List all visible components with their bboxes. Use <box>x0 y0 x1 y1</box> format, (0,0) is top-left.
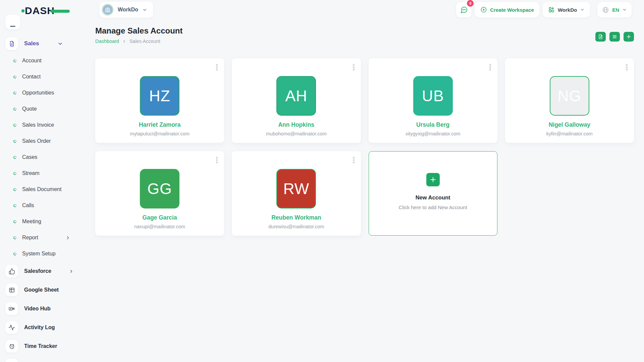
account-email: mubohomo@mailinator.com <box>266 131 327 136</box>
account-card[interactable]: GG Gage Garcia nanupi@mailinator.com <box>95 151 224 236</box>
sidebar: Sales Account Contact Opportunities Quot… <box>0 15 85 362</box>
bullet-icon <box>13 107 17 111</box>
sidebar-subitem-label: Opportunities <box>22 90 85 96</box>
page-actions <box>595 32 634 42</box>
add-account-button[interactable] <box>426 173 440 186</box>
new-account-title: New Account <box>416 194 450 201</box>
sidebar-subitem-sales-order[interactable]: Sales Order <box>0 133 85 149</box>
account-name-link[interactable]: Ursula Berg <box>416 121 449 128</box>
sidebar-subitem-stream[interactable]: Stream <box>0 165 85 181</box>
avatar: HZ <box>140 76 179 116</box>
sidebar-subitem-label: System Setup <box>22 251 85 257</box>
chevron-right-icon <box>65 235 70 240</box>
globe-icon <box>602 6 609 13</box>
topbar-right: 0 Create Workspace Work <box>456 2 632 17</box>
bullet-icon <box>13 91 17 95</box>
sidebar-subitem-label: Contact <box>22 74 85 80</box>
topbar: DASH WorkDo 0 <box>0 0 644 19</box>
sidebar-item-sales[interactable]: Sales <box>5 37 79 50</box>
avatar: GG <box>140 169 179 208</box>
sidebar-subitem-meeting[interactable]: Meeting <box>0 214 85 230</box>
create-workspace-button[interactable]: Create Workspace <box>475 2 539 17</box>
avatar: RW <box>276 169 316 208</box>
kebab-menu-icon[interactable] <box>625 63 629 72</box>
account-name-link[interactable]: Reuben Workman <box>271 214 321 221</box>
language-label: EN <box>612 7 619 13</box>
account-email: nanupi@mailinator.com <box>134 224 185 229</box>
sidebar-subitem-sales-invoice[interactable]: Sales Invoice <box>0 117 85 133</box>
account-email: mytapuluci@mailinator.com <box>130 131 190 136</box>
sidebar-subitem-calls[interactable]: Calls <box>0 197 85 214</box>
sidebar-item-video-hub[interactable]: Video Hub <box>0 299 85 318</box>
bullet-icon <box>13 59 17 62</box>
bullet-icon <box>13 155 17 159</box>
chevron-right-icon <box>122 39 126 44</box>
sidebar-subitem-label: Cases <box>22 154 85 160</box>
bullet-icon <box>13 220 17 223</box>
document-icon <box>5 37 18 50</box>
sidebar-app-label: Salesforce <box>24 268 63 274</box>
kebab-menu-icon[interactable] <box>488 63 492 72</box>
sidebar-subitem-account[interactable]: Account <box>0 53 85 69</box>
avatar: NG <box>550 76 589 116</box>
avatar: AH <box>276 76 316 116</box>
create-workspace-label: Create Workspace <box>490 7 534 13</box>
messages-button[interactable]: 0 <box>456 2 472 17</box>
logo-dash-bar <box>50 10 70 13</box>
sidebar-subitem-quote[interactable]: Quote <box>0 101 85 117</box>
bullet-icon <box>13 187 17 191</box>
sidebar-toggle-button[interactable] <box>5 15 20 29</box>
sidebar-subitem-system-setup[interactable]: System Setup <box>0 246 85 262</box>
sidebar-subitem-label: Meeting <box>22 219 85 225</box>
sidebar-item-partial[interactable] <box>0 356 85 362</box>
sidebar-app-label: Video Hub <box>24 306 85 312</box>
sales-submenu: Account Contact Opportunities Quote Sale… <box>0 53 85 262</box>
breadcrumb-dashboard-link[interactable]: Dashboard <box>95 39 119 44</box>
accounts-grid: HZ Harriet Zamora mytapuluci@mailinator.… <box>95 58 634 236</box>
account-name-link[interactable]: Gage Garcia <box>143 214 177 221</box>
sidebar-subitem-label: Quote <box>22 106 85 112</box>
kebab-menu-icon[interactable] <box>352 63 356 72</box>
thumbs-up-icon <box>5 265 18 278</box>
sidebar-item-activity-log[interactable]: Activity Log <box>0 318 85 337</box>
account-card[interactable]: HZ Harriet Zamora mytapuluci@mailinator.… <box>95 58 224 143</box>
sidebar-item-sales-label: Sales <box>24 40 51 47</box>
kebab-menu-icon[interactable] <box>352 156 356 165</box>
sidebar-subitem-opportunities[interactable]: Opportunities <box>0 85 85 101</box>
account-card[interactable]: NG Nigel Galloway kyfin@mailinator.com <box>505 58 634 143</box>
account-card[interactable]: AH Ann Hopkins mubohomo@mailinator.com <box>232 58 361 143</box>
list-button[interactable] <box>609 32 620 42</box>
alarm-icon <box>5 340 18 353</box>
account-name-link[interactable]: Harriet Zamora <box>139 121 181 128</box>
sidebar-apps: Salesforce Google Sheet Video Hub Activi… <box>0 262 85 356</box>
account-name-link[interactable]: Ann Hopkins <box>278 121 314 128</box>
breadcrumb-current: Sales Account <box>129 39 160 44</box>
workdo-apps-menu[interactable]: WorkDo <box>543 2 590 17</box>
sidebar-subitem-cases[interactable]: Cases <box>0 149 85 165</box>
account-card[interactable]: UB Ursula Berg xitygyxig@mailinator.com <box>369 58 497 143</box>
sidebar-item-google-sheet[interactable]: Google Sheet <box>0 281 85 299</box>
sidebar-item-salesforce[interactable]: Salesforce <box>0 262 85 281</box>
bullet-icon <box>13 252 17 255</box>
sidebar-app-label: Time Tracker <box>24 343 85 349</box>
page-header: Manage Sales Account Dashboard Sales Acc… <box>95 26 634 44</box>
kebab-menu-icon[interactable] <box>215 63 219 72</box>
sidebar-subitem-report[interactable]: Report <box>0 230 85 246</box>
plus-circle-icon <box>480 6 487 13</box>
sidebar-subitem-contact[interactable]: Contact <box>0 69 85 85</box>
account-card[interactable]: RW Reuben Workman durewisu@mailinator.co… <box>232 151 361 236</box>
kebab-menu-icon[interactable] <box>215 156 219 165</box>
language-selector[interactable]: EN <box>597 2 632 17</box>
sidebar-subitem-sales-document[interactable]: Sales Document <box>0 181 85 197</box>
bullet-icon <box>13 203 17 207</box>
sidebar-subitem-label: Stream <box>22 170 85 176</box>
new-account-card[interactable]: New Account Click here to add New Accoun… <box>369 151 497 236</box>
plus-button[interactable] <box>624 32 634 42</box>
account-name-link[interactable]: Nigel Galloway <box>549 121 590 128</box>
workspace-selector[interactable]: WorkDo <box>99 2 153 18</box>
page-title: Manage Sales Account <box>95 26 183 36</box>
account-email: xitygyxig@mailinator.com <box>406 131 461 136</box>
sidebar-item-time-tracker[interactable]: Time Tracker <box>0 337 85 356</box>
file-export-button[interactable] <box>595 32 606 42</box>
sidebar-subitem-label: Sales Order <box>22 138 85 144</box>
